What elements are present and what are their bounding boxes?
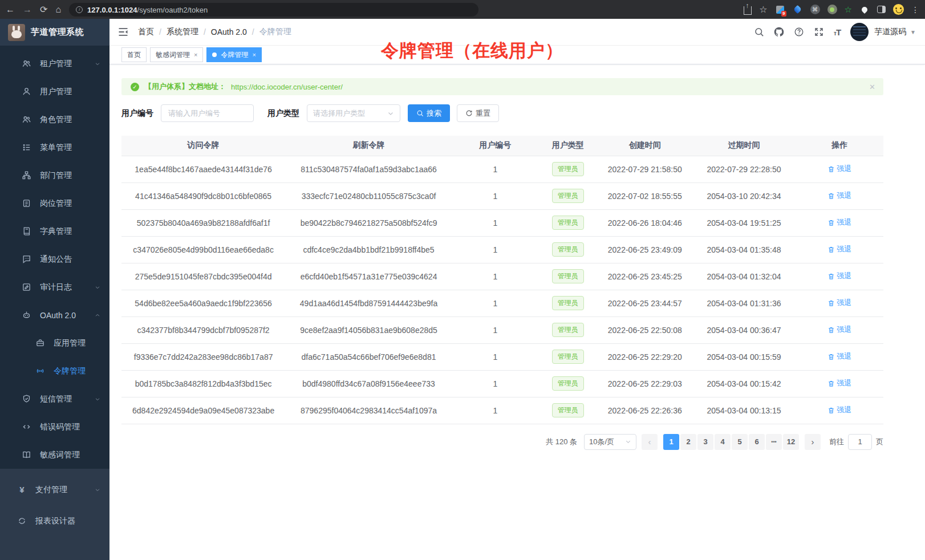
user-type-select[interactable]: 请选择用户类型: [307, 104, 400, 122]
trash-icon: [827, 326, 835, 334]
sidebar-item-用户管理[interactable]: 用户管理: [0, 78, 109, 105]
bookmark-star-icon[interactable]: ☆: [759, 4, 767, 15]
sidebar-item-通知公告[interactable]: 通知公告: [0, 245, 109, 273]
force-logout-button[interactable]: 强退: [827, 351, 851, 362]
user-avatar[interactable]: [850, 23, 869, 41]
username[interactable]: 芋道源码: [874, 27, 906, 37]
breadcrumb-home[interactable]: 首页: [138, 27, 154, 37]
page-button-2[interactable]: 2: [680, 434, 696, 450]
user-id-cell: 1: [452, 316, 538, 343]
sidebar-item-label: 菜单管理: [40, 143, 72, 153]
chevron-down-icon[interactable]: ▼: [910, 29, 916, 35]
help-icon[interactable]: [794, 27, 804, 37]
address-bar[interactable]: i 127.0.0.1:1024/system/oauth2/token: [69, 3, 478, 17]
browser-reload-icon[interactable]: ⟳: [40, 5, 47, 14]
sidebar-item-敏感词管理[interactable]: 敏感词管理: [0, 441, 109, 469]
page-button-1[interactable]: 1: [663, 434, 679, 450]
table-row: f9336e7c7dd242a283ee98dc86b17a87dfa6c71a…: [121, 343, 883, 370]
department-icon: [22, 171, 31, 180]
page-ellipsis[interactable]: •••: [766, 434, 782, 450]
search-icon[interactable]: [754, 27, 764, 37]
hamburger-icon[interactable]: [117, 26, 129, 38]
profile-avatar-icon[interactable]: [893, 4, 904, 15]
action-cell: 强退: [796, 263, 883, 290]
action-cell: 强退: [796, 316, 883, 343]
breadcrumb-separator: /: [159, 27, 161, 36]
sidebar-item-审计日志[interactable]: 审计日志: [0, 273, 109, 301]
browser-home-icon[interactable]: ⌂: [55, 5, 61, 14]
extension-pin-icon[interactable]: [859, 5, 870, 15]
trash-icon: [827, 165, 835, 173]
extension-avatar-icon[interactable]: [827, 5, 837, 14]
extension-drop-icon[interactable]: [793, 5, 803, 15]
doc-link[interactable]: https://doc.iocoder.cn/user-center/: [231, 83, 343, 91]
page-button-3[interactable]: 3: [697, 434, 713, 450]
breadcrumb: 首页 / 系统管理 / OAuth 2.0 / 令牌管理: [138, 27, 291, 37]
sidebar-item-报表设计器[interactable]: 报表设计器: [0, 505, 109, 537]
extension-command-icon[interactable]: ⌘: [810, 5, 820, 14]
goto-page-input[interactable]: [848, 434, 872, 450]
sidebar-item-租户管理[interactable]: 租户管理: [0, 50, 109, 78]
browser-forward-icon[interactable]: →: [23, 5, 32, 14]
page-button-6[interactable]: 6: [749, 434, 765, 450]
trash-icon: [827, 219, 835, 226]
reset-button[interactable]: 重置: [457, 104, 499, 122]
sidebar-item-令牌管理[interactable]: 令牌管理: [0, 357, 109, 385]
search-button[interactable]: 搜索: [408, 104, 450, 122]
page-button-5[interactable]: 5: [732, 434, 748, 450]
close-icon[interactable]: ✕: [869, 83, 875, 91]
extension-star-icon[interactable]: ☆: [845, 5, 852, 15]
user-type-badge: 管理员: [552, 350, 584, 364]
page-button-12[interactable]: 12: [783, 434, 799, 450]
tab-令牌管理[interactable]: 令牌管理×: [206, 47, 261, 62]
sidebar-item-菜单管理[interactable]: 菜单管理: [0, 133, 109, 161]
force-logout-button[interactable]: 强退: [827, 244, 851, 254]
sidebar-item-部门管理[interactable]: 部门管理: [0, 161, 109, 189]
force-logout-button[interactable]: 强退: [827, 378, 851, 388]
tab-close-icon[interactable]: ×: [194, 51, 197, 58]
refresh-token-cell: b0df4980ffd34c67a08f9156e4eee733: [285, 370, 452, 397]
sidebar-logo[interactable]: 芋道管理系统: [0, 19, 109, 46]
refresh-token-cell: dfa6c71a50a54c66bef706ef9e6e8d81: [285, 343, 452, 370]
force-logout-button[interactable]: 强退: [827, 271, 851, 281]
access-token-cell: f9336e7c7dd242a283ee98dc86b17a87: [121, 343, 285, 370]
sidebar-item-OAuth 2.0[interactable]: OAuth 2.0: [0, 301, 109, 329]
force-logout-button[interactable]: 强退: [827, 190, 851, 201]
extension-grid-icon[interactable]: 9: [775, 5, 785, 15]
user-id-cell: 1: [452, 209, 538, 236]
browser-back-icon[interactable]: ←: [6, 5, 15, 14]
sidebar-item-岗位管理[interactable]: 岗位管理: [0, 189, 109, 217]
force-logout-button[interactable]: 强退: [827, 298, 851, 308]
tab-label: 敏感词管理: [156, 50, 190, 60]
column-header-用户编号: 用户编号: [452, 136, 538, 156]
share-icon[interactable]: [744, 6, 752, 15]
breadcrumb-oauth[interactable]: OAuth 2.0: [211, 27, 247, 36]
force-logout-button[interactable]: 强退: [827, 324, 851, 335]
prev-page-button[interactable]: ‹: [642, 434, 658, 450]
url-path: /system/oauth2/token: [137, 6, 208, 14]
force-logout-button[interactable]: 强退: [827, 405, 851, 415]
page-size-select[interactable]: 10条/页: [584, 434, 636, 450]
tab-首页[interactable]: 首页: [121, 47, 147, 62]
force-logout-button[interactable]: 强退: [827, 164, 851, 174]
github-icon[interactable]: [774, 27, 784, 37]
sidebar-item-短信管理[interactable]: 短信管理: [0, 385, 109, 413]
font-size-icon[interactable]: тT: [834, 27, 841, 37]
force-logout-button[interactable]: 强退: [827, 217, 851, 228]
tab-敏感词管理[interactable]: 敏感词管理×: [150, 47, 203, 62]
sidebar-item-应用管理[interactable]: 应用管理: [0, 329, 109, 357]
next-page-button[interactable]: ›: [805, 434, 821, 450]
fullscreen-icon[interactable]: [814, 27, 824, 37]
sidebar-item-字典管理[interactable]: 字典管理: [0, 217, 109, 245]
page-button-4[interactable]: 4: [715, 434, 731, 450]
side-panel-icon[interactable]: [877, 6, 886, 13]
sidebar-item-角色管理[interactable]: 角色管理: [0, 105, 109, 133]
table-row: 6d842e2924594de9a09e45e087323abe8796295f…: [121, 397, 883, 424]
breadcrumb-system[interactable]: 系统管理: [167, 27, 198, 37]
tab-close-icon[interactable]: ×: [252, 51, 255, 58]
user-id-input[interactable]: [161, 104, 254, 122]
sidebar-item-支付管理[interactable]: ¥支付管理: [0, 474, 109, 505]
browser-menu-icon[interactable]: ⋮: [911, 5, 919, 14]
site-info-icon[interactable]: i: [76, 6, 83, 13]
sidebar-item-错误码管理[interactable]: 错误码管理: [0, 413, 109, 441]
